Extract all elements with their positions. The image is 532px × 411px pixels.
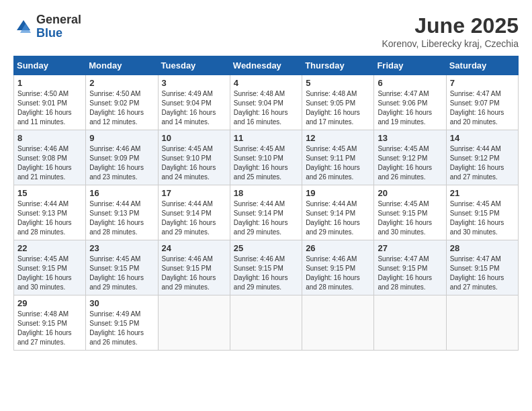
logo-icon <box>13 17 34 37</box>
calendar-cell: 22Sunrise: 4:45 AM Sunset: 9:15 PM Dayli… <box>14 240 86 295</box>
day-number: 9 <box>89 133 154 143</box>
day-number: 8 <box>17 133 82 143</box>
day-info: Sunrise: 4:45 AM Sunset: 9:15 PM Dayligh… <box>450 199 515 237</box>
day-info: Sunrise: 4:45 AM Sunset: 9:10 PM Dayligh… <box>234 144 298 182</box>
calendar-cell <box>158 295 230 351</box>
page-header: General Blue June 2025 Korenov, Libereck… <box>13 13 519 49</box>
logo-general-text: General <box>36 13 81 27</box>
day-info: Sunrise: 4:44 AM Sunset: 9:14 PM Dayligh… <box>234 199 298 237</box>
day-number: 4 <box>234 78 298 88</box>
day-number: 26 <box>306 243 370 253</box>
day-info: Sunrise: 4:46 AM Sunset: 9:15 PM Dayligh… <box>234 255 298 292</box>
day-number: 20 <box>378 188 442 198</box>
calendar-cell: 20Sunrise: 4:45 AM Sunset: 9:15 PM Dayli… <box>374 185 446 240</box>
day-info: Sunrise: 4:46 AM Sunset: 9:08 PM Dayligh… <box>17 144 82 182</box>
day-number: 16 <box>89 188 154 198</box>
day-info: Sunrise: 4:46 AM Sunset: 9:09 PM Dayligh… <box>89 144 154 182</box>
calendar-cell: 27Sunrise: 4:47 AM Sunset: 9:15 PM Dayli… <box>374 240 446 295</box>
col-sunday: Sunday <box>14 56 86 75</box>
day-number: 19 <box>306 188 370 198</box>
calendar-cell: 26Sunrise: 4:46 AM Sunset: 9:15 PM Dayli… <box>302 240 374 295</box>
calendar-table: Sunday Monday Tuesday Wednesday Thursday… <box>13 56 519 351</box>
day-number: 21 <box>450 188 515 198</box>
day-number: 15 <box>17 188 82 198</box>
col-thursday: Thursday <box>302 56 374 75</box>
day-info: Sunrise: 4:44 AM Sunset: 9:14 PM Dayligh… <box>162 199 226 237</box>
calendar-cell: 6Sunrise: 4:47 AM Sunset: 9:06 PM Daylig… <box>374 75 446 130</box>
calendar-cell: 5Sunrise: 4:48 AM Sunset: 9:05 PM Daylig… <box>302 75 374 130</box>
calendar-cell: 8Sunrise: 4:46 AM Sunset: 9:08 PM Daylig… <box>14 130 86 185</box>
day-number: 29 <box>17 298 82 308</box>
calendar-week-row: 8Sunrise: 4:46 AM Sunset: 9:08 PM Daylig… <box>14 130 519 185</box>
day-number: 3 <box>162 78 226 88</box>
calendar-cell: 21Sunrise: 4:45 AM Sunset: 9:15 PM Dayli… <box>446 185 518 240</box>
calendar-cell: 19Sunrise: 4:44 AM Sunset: 9:14 PM Dayli… <box>302 185 374 240</box>
logo-text: General Blue <box>36 13 81 40</box>
calendar-cell <box>230 295 302 351</box>
day-number: 5 <box>306 78 370 88</box>
logo: General Blue <box>13 13 81 40</box>
day-info: Sunrise: 4:44 AM Sunset: 9:13 PM Dayligh… <box>89 199 154 237</box>
day-info: Sunrise: 4:45 AM Sunset: 9:11 PM Dayligh… <box>306 144 370 182</box>
day-info: Sunrise: 4:47 AM Sunset: 9:07 PM Dayligh… <box>450 89 515 127</box>
col-monday: Monday <box>86 56 158 75</box>
day-number: 18 <box>234 188 298 198</box>
day-number: 11 <box>234 133 298 143</box>
day-number: 25 <box>234 243 298 253</box>
day-info: Sunrise: 4:50 AM Sunset: 9:02 PM Dayligh… <box>89 89 154 127</box>
calendar-cell: 23Sunrise: 4:45 AM Sunset: 9:15 PM Dayli… <box>86 240 158 295</box>
calendar-cell: 17Sunrise: 4:44 AM Sunset: 9:14 PM Dayli… <box>158 185 230 240</box>
calendar-cell: 16Sunrise: 4:44 AM Sunset: 9:13 PM Dayli… <box>86 185 158 240</box>
day-info: Sunrise: 4:48 AM Sunset: 9:05 PM Dayligh… <box>306 89 370 127</box>
calendar-week-row: 22Sunrise: 4:45 AM Sunset: 9:15 PM Dayli… <box>14 240 519 295</box>
calendar-cell: 2Sunrise: 4:50 AM Sunset: 9:02 PM Daylig… <box>86 75 158 130</box>
calendar-cell: 24Sunrise: 4:46 AM Sunset: 9:15 PM Dayli… <box>158 240 230 295</box>
calendar-cell <box>374 295 446 351</box>
day-info: Sunrise: 4:45 AM Sunset: 9:15 PM Dayligh… <box>89 255 154 292</box>
month-title: June 2025 <box>382 13 519 38</box>
calendar-cell: 28Sunrise: 4:47 AM Sunset: 9:15 PM Dayli… <box>446 240 518 295</box>
day-number: 10 <box>162 133 226 143</box>
day-info: Sunrise: 4:46 AM Sunset: 9:15 PM Dayligh… <box>306 255 370 292</box>
calendar-week-row: 1Sunrise: 4:50 AM Sunset: 9:01 PM Daylig… <box>14 75 519 130</box>
day-number: 6 <box>378 78 442 88</box>
day-info: Sunrise: 4:49 AM Sunset: 9:15 PM Dayligh… <box>89 310 154 347</box>
calendar-cell: 25Sunrise: 4:46 AM Sunset: 9:15 PM Dayli… <box>230 240 302 295</box>
day-number: 27 <box>378 243 442 253</box>
calendar-cell: 30Sunrise: 4:49 AM Sunset: 9:15 PM Dayli… <box>86 295 158 351</box>
calendar-cell: 13Sunrise: 4:45 AM Sunset: 9:12 PM Dayli… <box>374 130 446 185</box>
day-number: 14 <box>450 133 515 143</box>
calendar-week-row: 15Sunrise: 4:44 AM Sunset: 9:13 PM Dayli… <box>14 185 519 240</box>
calendar-cell: 10Sunrise: 4:45 AM Sunset: 9:10 PM Dayli… <box>158 130 230 185</box>
calendar-cell <box>446 295 518 351</box>
day-number: 28 <box>450 243 515 253</box>
col-saturday: Saturday <box>446 56 518 75</box>
day-info: Sunrise: 4:49 AM Sunset: 9:04 PM Dayligh… <box>162 89 226 127</box>
day-number: 7 <box>450 78 515 88</box>
day-number: 13 <box>378 133 442 143</box>
title-block: June 2025 Korenov, Liberecky kraj, Czech… <box>382 13 519 49</box>
day-info: Sunrise: 4:50 AM Sunset: 9:01 PM Dayligh… <box>17 89 82 127</box>
day-info: Sunrise: 4:44 AM Sunset: 9:13 PM Dayligh… <box>17 199 82 237</box>
calendar-cell: 12Sunrise: 4:45 AM Sunset: 9:11 PM Dayli… <box>302 130 374 185</box>
calendar-cell <box>302 295 374 351</box>
day-info: Sunrise: 4:47 AM Sunset: 9:06 PM Dayligh… <box>378 89 442 127</box>
day-number: 22 <box>17 243 82 253</box>
day-number: 23 <box>89 243 154 253</box>
day-info: Sunrise: 4:47 AM Sunset: 9:15 PM Dayligh… <box>378 255 442 292</box>
logo-blue-text: Blue <box>36 27 81 40</box>
day-number: 1 <box>17 78 82 88</box>
calendar-cell: 9Sunrise: 4:46 AM Sunset: 9:09 PM Daylig… <box>86 130 158 185</box>
day-info: Sunrise: 4:45 AM Sunset: 9:10 PM Dayligh… <box>162 144 226 182</box>
calendar-cell: 14Sunrise: 4:44 AM Sunset: 9:12 PM Dayli… <box>446 130 518 185</box>
day-info: Sunrise: 4:48 AM Sunset: 9:15 PM Dayligh… <box>17 310 82 347</box>
col-wednesday: Wednesday <box>230 56 302 75</box>
calendar-cell: 29Sunrise: 4:48 AM Sunset: 9:15 PM Dayli… <box>14 295 86 351</box>
calendar-cell: 15Sunrise: 4:44 AM Sunset: 9:13 PM Dayli… <box>14 185 86 240</box>
calendar-cell: 18Sunrise: 4:44 AM Sunset: 9:14 PM Dayli… <box>230 185 302 240</box>
day-info: Sunrise: 4:44 AM Sunset: 9:14 PM Dayligh… <box>306 199 370 237</box>
day-number: 30 <box>89 298 154 308</box>
day-info: Sunrise: 4:45 AM Sunset: 9:15 PM Dayligh… <box>378 199 442 237</box>
calendar-cell: 11Sunrise: 4:45 AM Sunset: 9:10 PM Dayli… <box>230 130 302 185</box>
calendar-week-row: 29Sunrise: 4:48 AM Sunset: 9:15 PM Dayli… <box>14 295 519 351</box>
